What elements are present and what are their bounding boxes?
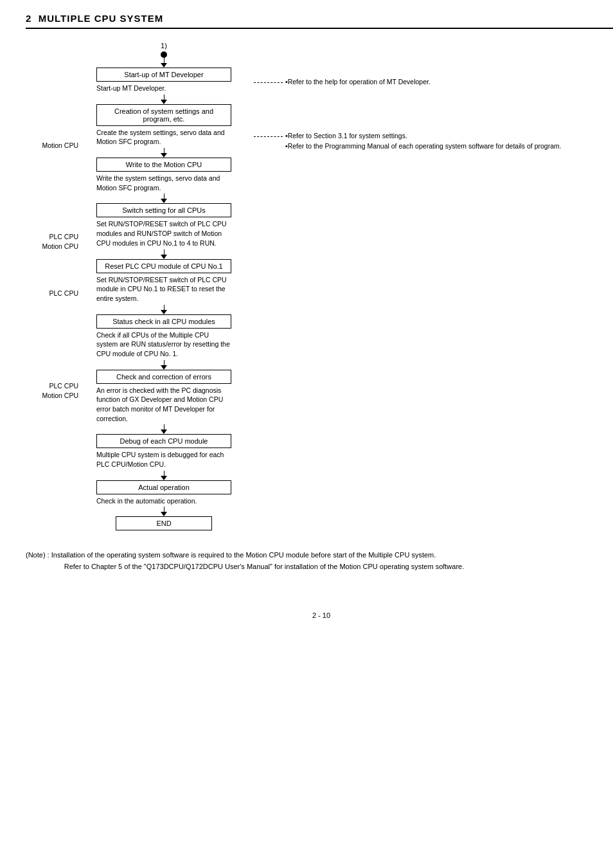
page-title: 2 MULTIPLE CPU SYSTEM [26,13,163,24]
note2: •Refer to Section 3.1 for system setting… [254,131,613,152]
step1-box: Start-up of MT Developer [96,68,231,82]
step3-box: Write to the Motion CPU [96,158,231,172]
page-number: 2 - 10 [26,611,613,619]
label-plc-cpu-1: PLC CPU [29,270,84,316]
note1: •Refer to the help for operation of MT D… [254,77,613,87]
note-content: Installation of the operating system sof… [51,550,465,572]
label-plc-motion-1: PLC CPUMotion CPU [29,213,84,270]
center-flow: 1) Start-up of MT Developer Start-up MT … [84,42,244,530]
step4-box: Switch setting for all CPUs [96,203,231,217]
start-number: 1) [161,42,167,50]
label-motion-cpu-1: Motion CPU [29,122,84,168]
page-container: 2 MULTIPLE CPU SYSTEM Motion CPU PLC CPU… [26,13,613,619]
step2-desc: Create the system settings, servo data a… [96,128,231,147]
note-prefix: (Note) : [26,550,51,572]
step9-box: Actual operation [96,480,231,494]
step5-desc: Set RUN/STOP/RESET switch of PLC CPU mod… [96,275,231,303]
step9-desc: Check in the automatic operation. [96,496,231,506]
step2-box: Creation of system settings andprogram, … [96,104,231,126]
step5-box: Reset PLC CPU module of CPU No.1 [96,259,231,273]
step6-desc: Check if all CPUs of the Multiple CPU sy… [96,330,231,359]
step1-desc: Start-up MT Developer. [96,84,231,93]
note-line1: Installation of the operating system sof… [51,551,436,559]
start-circle [161,51,167,58]
step10-box: END [116,516,212,530]
note2-text: •Refer to Section 3.1 for system setting… [283,131,562,152]
label-plc-motion-2: PLC CPUMotion CPU [29,363,84,419]
bottom-note: (Note) : Installation of the operating s… [26,550,613,572]
note1-dashed [254,82,283,83]
step4-desc: Set RUN/STOP/RESET switch of PLC CPU mod… [96,219,231,248]
note1-text: •Refer to the help for operation of MT D… [283,77,431,87]
right-notes-col: •Refer to the help for operation of MT D… [244,42,613,530]
step7-desc: An error is checked with the PC diagnosi… [96,386,231,424]
note2-dashed [254,136,283,137]
page-header: 2 MULTIPLE CPU SYSTEM [26,13,613,29]
note-line2: Refer to Chapter 5 of the "Q173DCPU/Q172… [64,561,465,573]
left-labels-col: Motion CPU PLC CPUMotion CPU PLC CPU PLC… [29,42,84,530]
step8-desc: Multiple CPU system is debugged for each… [96,450,231,469]
step3-desc: Write the system settings, servo data an… [96,174,231,192]
step8-box: Debug of each CPU module [96,434,231,448]
step6-box: Status check in all CPU modules [96,314,231,329]
step7-box: Check and correction of errors [96,370,231,384]
diagram-area: Motion CPU PLC CPUMotion CPU PLC CPU PLC… [29,42,613,530]
